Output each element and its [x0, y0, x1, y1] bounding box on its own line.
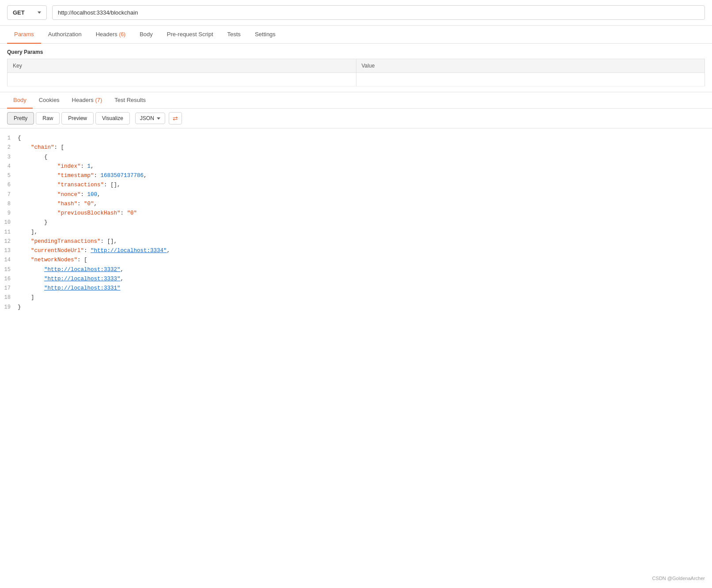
- line-num-11: 11: [0, 228, 18, 237]
- line-content-9: "previousBlockHash": "0": [18, 209, 712, 218]
- network-node-2-link[interactable]: "http://localhost:3333": [44, 276, 121, 282]
- code-line-5: 5 "timestamp": 1683507137786,: [0, 171, 712, 181]
- pretty-button[interactable]: Pretty: [7, 112, 34, 124]
- line-content-10: }: [18, 218, 712, 227]
- line-content-4: "index": 1,: [18, 162, 712, 171]
- code-line-1: 1 {: [0, 134, 712, 143]
- line-content-18: ]: [18, 293, 712, 302]
- code-line-8: 8 "hash": "0",: [0, 200, 712, 209]
- current-node-url-link[interactable]: "http://localhost:3334": [91, 248, 167, 254]
- code-line-6: 6 "transactions": [],: [0, 181, 712, 190]
- query-params-title: Query Params: [7, 49, 705, 55]
- code-line-10: 10 }: [0, 218, 712, 227]
- code-line-9: 9 "previousBlockHash": "0": [0, 209, 712, 218]
- tab-response-body[interactable]: Body: [7, 92, 33, 109]
- line-content-11: ],: [18, 228, 712, 237]
- line-content-2: "chain": [: [18, 143, 712, 152]
- line-content-7: "nonce": 100,: [18, 190, 712, 200]
- line-num-8: 8: [0, 200, 18, 208]
- json-label: JSON: [140, 115, 154, 121]
- line-content-16: "http://localhost:3333",: [18, 275, 712, 284]
- code-line-17: 17 "http://localhost:3331": [0, 284, 712, 293]
- line-content-3: {: [18, 153, 712, 162]
- line-num-19: 19: [0, 303, 18, 312]
- line-content-12: "pendingTransactions": [],: [18, 237, 712, 246]
- line-num-14: 14: [0, 256, 18, 264]
- query-params-section: Query Params Key Value: [0, 44, 712, 92]
- line-num-1: 1: [0, 134, 18, 143]
- tab-tests[interactable]: Tests: [220, 26, 248, 44]
- response-toolbar: Pretty Raw Preview Visualize JSON ⇄: [0, 109, 712, 128]
- code-line-2: 2 "chain": [: [0, 143, 712, 152]
- value-column-header: Value: [356, 59, 705, 73]
- code-line-4: 4 "index": 1,: [0, 162, 712, 171]
- response-headers-badge: (7): [95, 97, 102, 103]
- line-num-4: 4: [0, 162, 18, 171]
- line-content-19: }: [18, 303, 712, 312]
- tab-authorization[interactable]: Authorization: [41, 26, 89, 44]
- tab-params[interactable]: Params: [7, 26, 41, 44]
- line-content-6: "transactions": [],: [18, 181, 712, 190]
- line-num-7: 7: [0, 190, 18, 199]
- code-line-19: 19 }: [0, 303, 712, 312]
- raw-button[interactable]: Raw: [36, 112, 60, 124]
- code-area: 1 { 2 "chain": [ 3 { 4 "index": 1, 5 "ti…: [0, 128, 712, 317]
- code-line-13: 13 "currentNodeUrl": "http://localhost:3…: [0, 246, 712, 256]
- code-line-14: 14 "networkNodes": [: [0, 256, 712, 265]
- line-num-18: 18: [0, 293, 18, 302]
- line-content-15: "http://localhost:3332",: [18, 265, 712, 275]
- top-bar: GET: [0, 0, 712, 26]
- line-num-9: 9: [0, 209, 18, 218]
- code-line-7: 7 "nonce": 100,: [0, 190, 712, 200]
- url-input[interactable]: [52, 5, 705, 20]
- line-num-3: 3: [0, 153, 18, 162]
- tab-test-results[interactable]: Test Results: [108, 92, 152, 109]
- line-num-16: 16: [0, 275, 18, 283]
- line-num-5: 5: [0, 171, 18, 180]
- line-num-13: 13: [0, 246, 18, 255]
- line-content-14: "networkNodes": [: [18, 256, 712, 265]
- tab-headers[interactable]: Headers (6): [89, 26, 133, 44]
- method-label: GET: [13, 9, 25, 16]
- network-node-1-link[interactable]: "http://localhost:3332": [44, 267, 121, 273]
- method-chevron-icon: [38, 11, 41, 14]
- tab-response-headers[interactable]: Headers (7): [66, 92, 109, 109]
- tab-cookies[interactable]: Cookies: [33, 92, 66, 109]
- wrap-icon: ⇄: [173, 115, 178, 122]
- line-num-6: 6: [0, 181, 18, 189]
- line-num-12: 12: [0, 237, 18, 246]
- line-num-15: 15: [0, 265, 18, 274]
- line-num-2: 2: [0, 143, 18, 152]
- params-value-cell[interactable]: [356, 73, 705, 87]
- code-line-3: 3 {: [0, 153, 712, 162]
- code-line-12: 12 "pendingTransactions": [],: [0, 237, 712, 246]
- key-column-header: Key: [8, 59, 356, 73]
- wrap-button[interactable]: ⇄: [169, 112, 182, 124]
- response-tabs: Body Cookies Headers (7) Test Results: [0, 92, 712, 109]
- network-node-3-link[interactable]: "http://localhost:3331": [44, 285, 121, 291]
- code-line-16: 16 "http://localhost:3333",: [0, 275, 712, 284]
- method-selector[interactable]: GET: [7, 5, 47, 20]
- json-selector[interactable]: JSON: [135, 113, 165, 124]
- params-key-cell[interactable]: [8, 73, 356, 87]
- line-content-8: "hash": "0",: [18, 200, 712, 209]
- params-empty-row: [8, 73, 705, 87]
- tab-body[interactable]: Body: [133, 26, 160, 44]
- line-content-1: {: [18, 134, 712, 143]
- tab-pre-request-script[interactable]: Pre-request Script: [160, 26, 220, 44]
- line-num-10: 10: [0, 218, 18, 227]
- tab-settings[interactable]: Settings: [248, 26, 283, 44]
- preview-button[interactable]: Preview: [61, 112, 94, 124]
- headers-badge: (6): [119, 31, 125, 38]
- line-content-13: "currentNodeUrl": "http://localhost:3334…: [18, 246, 712, 256]
- json-chevron-icon: [157, 117, 160, 120]
- line-content-17: "http://localhost:3331": [18, 284, 712, 293]
- code-line-11: 11 ],: [0, 228, 712, 237]
- request-tabs: Params Authorization Headers (6) Body Pr…: [0, 26, 712, 44]
- params-table: Key Value: [7, 59, 705, 87]
- visualize-button[interactable]: Visualize: [95, 112, 130, 124]
- line-content-5: "timestamp": 1683507137786,: [18, 171, 712, 181]
- code-line-15: 15 "http://localhost:3332",: [0, 265, 712, 275]
- code-line-18: 18 ]: [0, 293, 712, 302]
- line-num-17: 17: [0, 284, 18, 293]
